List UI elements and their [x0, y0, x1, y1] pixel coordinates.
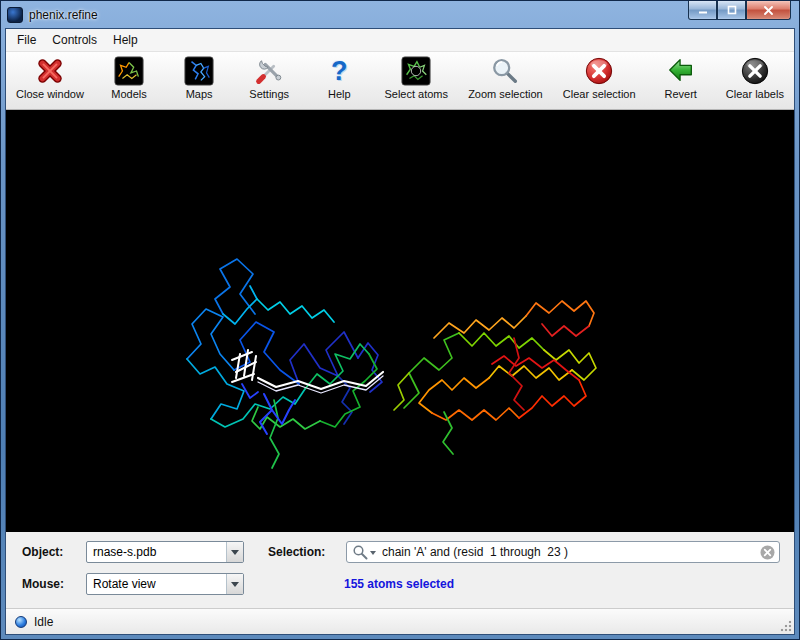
toolbar-label: Help	[328, 88, 351, 100]
maps-icon	[183, 55, 215, 87]
selection-label: Selection:	[268, 545, 346, 559]
object-label: Object:	[22, 545, 86, 559]
help-icon: ?	[323, 55, 355, 87]
control-panel: Object: rnase-s.pdb Selection:	[6, 532, 794, 608]
toolbar-button-zoom-selection[interactable]: Zoom selection	[468, 55, 543, 100]
toolbar-label: Revert	[665, 88, 697, 100]
status-text: Idle	[34, 615, 53, 629]
toolbar-button-models[interactable]: Models	[104, 55, 154, 100]
chevron-down-icon	[231, 582, 239, 591]
status-bar: Idle	[6, 608, 794, 634]
resize-grip[interactable]	[780, 620, 792, 632]
menu-help[interactable]: Help	[105, 30, 146, 50]
maximize-icon	[727, 5, 737, 15]
window-title: phenix.refine	[29, 8, 98, 22]
toolbar-button-revert[interactable]: Revert	[656, 55, 706, 100]
mouse-mode-value: Rotate view	[87, 574, 226, 594]
toolbar-label: Models	[111, 88, 146, 100]
object-dropdown-value: rnase-s.pdb	[87, 542, 226, 562]
title-bar[interactable]: phenix.refine	[1, 1, 799, 28]
toolbar-button-maps[interactable]: Maps	[174, 55, 224, 100]
object-dropdown[interactable]: rnase-s.pdb	[86, 541, 244, 563]
mouse-label: Mouse:	[22, 577, 86, 591]
toolbar-button-help[interactable]: ? Help	[314, 55, 364, 100]
search-icon	[352, 544, 369, 561]
toolbar-label: Zoom selection	[468, 88, 543, 100]
molecule-render	[6, 110, 794, 532]
clear-labels-icon	[739, 55, 771, 87]
toolbar: Close window Models	[6, 52, 794, 110]
toolbar-button-close-window[interactable]: Close window	[16, 55, 84, 100]
atoms-selected-status: 155 atoms selected	[344, 577, 454, 591]
mouse-mode-dropdown-button[interactable]	[226, 574, 243, 594]
clear-selection-icon	[583, 55, 615, 87]
zoom-selection-icon	[489, 55, 521, 87]
toolbar-label: Clear labels	[726, 88, 784, 100]
chevron-down-icon	[231, 550, 239, 559]
minimize-button[interactable]	[688, 1, 717, 20]
toolbar-button-settings[interactable]: Settings	[244, 55, 294, 100]
selection-input[interactable]	[378, 545, 760, 559]
search-options-chevron-icon[interactable]	[370, 551, 376, 558]
object-selection-row: Object: rnase-s.pdb Selection:	[22, 540, 780, 564]
select-atoms-icon	[400, 55, 432, 87]
menu-bar: File Controls Help	[6, 29, 794, 52]
window-content: File Controls Help Close window	[5, 28, 795, 635]
app-icon	[7, 7, 23, 23]
toolbar-label: Select atoms	[384, 88, 448, 100]
menu-controls[interactable]: Controls	[44, 30, 105, 50]
app-window: phenix.refine File Controls Help	[0, 0, 800, 640]
selection-searchbox[interactable]	[346, 541, 780, 563]
mouse-row: Mouse: Rotate view 155 atoms selected	[22, 572, 780, 596]
clear-input-icon[interactable]	[760, 545, 775, 560]
close-button[interactable]	[746, 1, 791, 20]
toolbar-button-clear-labels[interactable]: Clear labels	[726, 55, 784, 100]
toolbar-label: Maps	[186, 88, 213, 100]
caption-buttons	[688, 1, 791, 20]
maximize-button[interactable]	[717, 1, 746, 20]
toolbar-button-clear-selection[interactable]: Clear selection	[563, 55, 636, 100]
menu-file[interactable]: File	[9, 30, 44, 50]
toolbar-button-select-atoms[interactable]: Select atoms	[384, 55, 448, 100]
toolbar-label: Clear selection	[563, 88, 636, 100]
close-window-icon	[34, 55, 66, 87]
minimize-icon	[698, 5, 708, 15]
mouse-mode-dropdown[interactable]: Rotate view	[86, 573, 244, 595]
toolbar-label: Close window	[16, 88, 84, 100]
models-icon	[113, 55, 145, 87]
status-led-icon	[15, 616, 27, 628]
gl-viewport[interactable]	[6, 110, 794, 532]
toolbar-label: Settings	[249, 88, 289, 100]
settings-icon	[253, 55, 285, 87]
revert-icon	[665, 55, 697, 87]
object-dropdown-button[interactable]	[226, 542, 243, 562]
close-icon	[763, 5, 774, 16]
